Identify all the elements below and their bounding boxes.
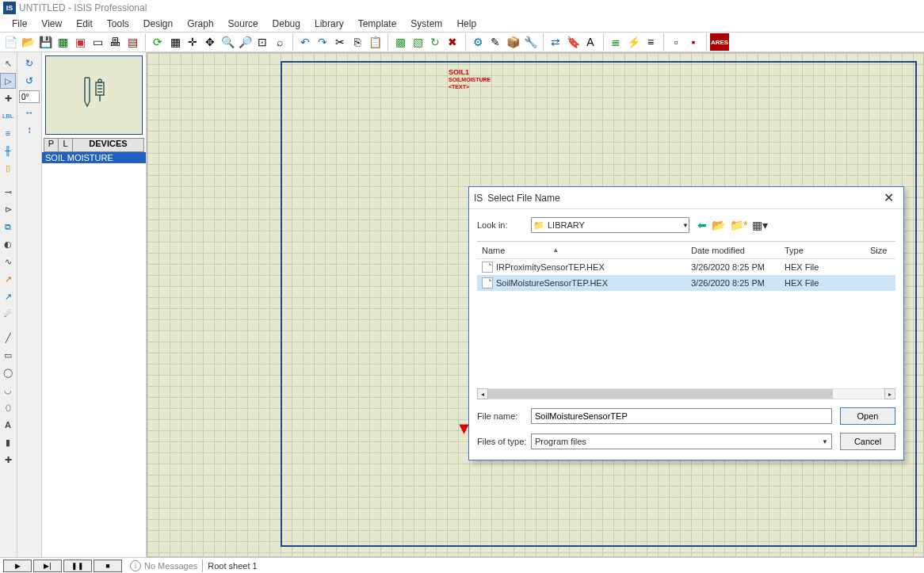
print-area-icon[interactable]: ▭ xyxy=(89,33,106,51)
pause-button[interactable]: ❚❚ xyxy=(63,560,92,572)
menu-edit[interactable]: Edit xyxy=(69,18,100,29)
path-2d-icon[interactable]: ⬯ xyxy=(0,399,16,415)
menu-system[interactable]: System xyxy=(403,18,449,29)
instrument-icon[interactable]: ☄ xyxy=(0,306,16,322)
save-icon[interactable]: 💾 xyxy=(36,33,54,51)
cut-icon[interactable]: ✂ xyxy=(331,33,349,51)
new-folder-icon[interactable]: 📁* xyxy=(730,219,747,231)
menu-design[interactable]: Design xyxy=(136,18,180,29)
play-button[interactable]: ▶ xyxy=(3,560,32,572)
menu-graph[interactable]: Graph xyxy=(180,18,220,29)
terminal-icon[interactable]: ⊸ xyxy=(0,184,16,200)
stop-button[interactable]: ■ xyxy=(94,560,122,572)
block-rotate-icon[interactable]: ↻ xyxy=(426,33,444,51)
new-sheet-icon[interactable]: ▫ xyxy=(667,33,685,51)
box-2d-icon[interactable]: ▭ xyxy=(0,347,16,363)
list-item[interactable]: SOIL MOISTURE xyxy=(42,152,146,163)
paste-icon[interactable]: 📋 xyxy=(366,33,384,51)
text-script-icon[interactable]: ≡ xyxy=(0,125,16,141)
menu-library[interactable]: Library xyxy=(307,18,351,29)
netlist-icon[interactable]: ≡ xyxy=(642,33,659,51)
circle-2d-icon[interactable]: ◯ xyxy=(0,365,16,380)
rotate-ccw-icon[interactable]: ↺ xyxy=(20,73,39,89)
lookin-select[interactable]: 📁 LIBRARY ▼ xyxy=(531,217,689,233)
open-icon[interactable]: 📂 xyxy=(19,33,36,51)
label-icon[interactable]: LBL xyxy=(0,108,16,124)
zoom-all-icon[interactable]: ⊡ xyxy=(254,33,271,51)
device-pin-icon[interactable]: ⊳ xyxy=(0,201,16,217)
back-icon[interactable]: ⬅ xyxy=(697,219,707,231)
mirror-h-icon[interactable]: ↔ xyxy=(20,105,39,120)
scroll-left-icon[interactable]: ◂ xyxy=(477,388,488,399)
scroll-right-icon[interactable]: ▸ xyxy=(884,388,895,399)
file-row[interactable]: IRProximitySensorTEP.HEX3/26/2020 8:25 P… xyxy=(477,259,895,275)
block-copy-icon[interactable]: ▩ xyxy=(391,33,409,51)
component-mode-icon[interactable]: ▷ xyxy=(0,73,16,89)
zoom-area-icon[interactable]: ⌕ xyxy=(271,33,288,51)
menu-help[interactable]: Help xyxy=(449,18,483,29)
symbol-2d-icon[interactable]: ▮ xyxy=(0,434,16,450)
device-list[interactable]: SOIL MOISTURE xyxy=(42,152,146,557)
ares-icon[interactable]: ARES xyxy=(710,33,729,51)
menu-template[interactable]: Template xyxy=(351,18,404,29)
pick-icon[interactable]: ⚙ xyxy=(469,33,487,51)
search-tag-icon[interactable]: 🔖 xyxy=(564,33,582,51)
menu-view[interactable]: View xyxy=(34,18,69,29)
arc-2d-icon[interactable]: ◡ xyxy=(0,382,16,398)
packaging-icon[interactable]: 📦 xyxy=(504,33,521,51)
tape-icon[interactable]: ◐ xyxy=(0,236,16,252)
copy-icon[interactable]: ⎘ xyxy=(349,33,366,51)
filename-input[interactable] xyxy=(531,408,832,424)
step-button[interactable]: ▶| xyxy=(33,560,62,572)
undo-icon[interactable]: ↶ xyxy=(296,33,314,51)
section-icon[interactable]: ▦ xyxy=(54,33,71,51)
remove-sheet-icon[interactable]: ▪ xyxy=(685,33,702,51)
filetype-select[interactable]: Program files ▼ xyxy=(531,434,832,449)
block-delete-icon[interactable]: ✖ xyxy=(444,33,461,51)
mirror-v-icon[interactable]: ↕ xyxy=(20,122,39,138)
file-row[interactable]: SoilMoistureSensorTEP.HEX3/26/2020 8:25 … xyxy=(477,275,895,291)
import-icon[interactable]: ▣ xyxy=(71,33,89,51)
zoom-out-icon[interactable]: 🔎 xyxy=(236,33,254,51)
horizontal-scrollbar[interactable]: ◂ ▸ xyxy=(477,388,895,399)
property-assign-icon[interactable]: A xyxy=(582,33,599,51)
open-button[interactable]: Open xyxy=(840,407,895,425)
message-icon[interactable]: i xyxy=(130,560,141,571)
rotation-input[interactable] xyxy=(19,90,40,103)
pick-device-button[interactable]: P xyxy=(44,139,59,151)
text-2d-icon[interactable]: A xyxy=(0,417,16,433)
bill-icon[interactable]: ≣ xyxy=(607,33,624,51)
decompose-icon[interactable]: 🔧 xyxy=(521,33,539,51)
line-2d-icon[interactable]: ╱ xyxy=(0,330,16,346)
voltage-probe-icon[interactable]: ↗ xyxy=(0,271,16,287)
generator-icon[interactable]: ∿ xyxy=(0,254,16,269)
erc-icon[interactable]: ⚡ xyxy=(624,33,642,51)
print-icon[interactable]: 🖶 xyxy=(106,33,124,51)
cancel-button[interactable]: Cancel xyxy=(840,433,895,450)
selection-mode-icon[interactable]: ↖ xyxy=(0,55,16,71)
close-icon[interactable]: ✕ xyxy=(879,190,899,205)
rotate-cw-icon[interactable]: ↻ xyxy=(20,55,39,71)
schematic-canvas[interactable]: SOIL1 SOILMOISTURE <TEXT> ▾ ▾ IS Select … xyxy=(147,52,924,557)
current-probe-icon[interactable]: ↗ xyxy=(0,288,16,304)
column-headers[interactable]: Name▲ Date modified Type Size xyxy=(477,242,895,259)
marker-2d-icon[interactable]: ✚ xyxy=(0,452,16,468)
graph-mode-icon[interactable]: ⧉ xyxy=(0,219,16,235)
menu-tools[interactable]: Tools xyxy=(100,18,136,29)
block-move-icon[interactable]: ▧ xyxy=(409,33,426,51)
subcircuit-icon[interactable]: ▯ xyxy=(0,160,16,176)
redo-icon[interactable]: ↷ xyxy=(314,33,331,51)
menu-source[interactable]: Source xyxy=(221,18,265,29)
junction-icon[interactable]: ✚ xyxy=(0,90,16,106)
menu-file[interactable]: File xyxy=(5,18,34,29)
bus-icon[interactable]: ╫ xyxy=(0,143,16,159)
mark-output-icon[interactable]: ▤ xyxy=(124,33,141,51)
up-one-level-icon[interactable]: 📂 xyxy=(712,219,725,231)
pan-icon[interactable]: ✥ xyxy=(201,33,219,51)
zoom-in-icon[interactable]: 🔍 xyxy=(219,33,236,51)
origin-icon[interactable]: ✛ xyxy=(184,33,201,51)
view-menu-icon[interactable]: ▦▾ xyxy=(752,219,768,231)
refresh-icon[interactable]: ⟳ xyxy=(149,33,166,51)
make-device-icon[interactable]: ✎ xyxy=(487,33,504,51)
grid-icon[interactable]: ▦ xyxy=(166,33,184,51)
